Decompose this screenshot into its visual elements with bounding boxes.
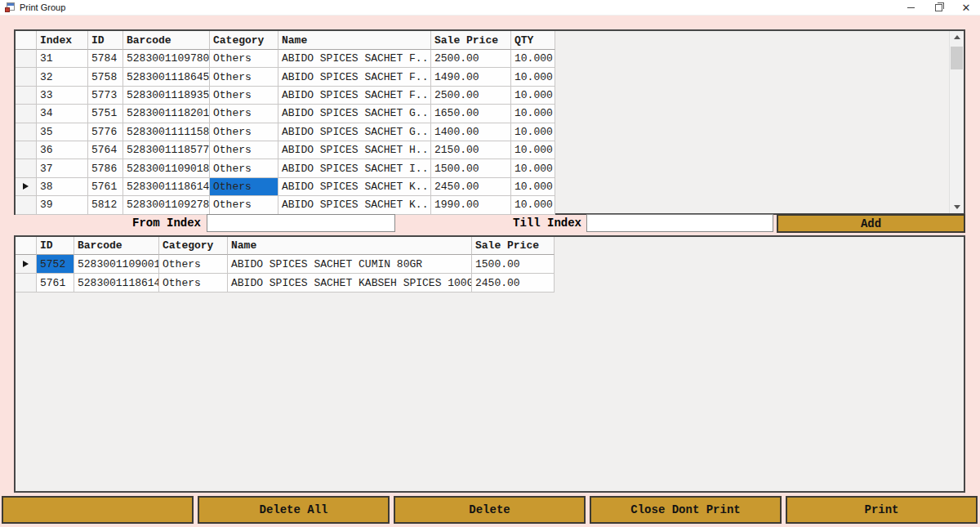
cell-id[interactable]: 5773 xyxy=(88,87,123,105)
column-header-barcode[interactable]: Barcode xyxy=(74,237,159,255)
cell-category[interactable]: Others xyxy=(210,105,278,123)
row-header[interactable] xyxy=(16,68,37,86)
cell-category[interactable]: Others xyxy=(210,50,278,68)
cell-qty[interactable]: 10.000 xyxy=(511,123,555,141)
cell-index[interactable]: 39 xyxy=(37,196,88,214)
cell-sale_price[interactable]: 1650.00 xyxy=(431,105,511,123)
print-button[interactable]: Print xyxy=(786,496,978,524)
cell-name[interactable]: ABIDO SPICES SACHET G... xyxy=(278,123,431,141)
cell-qty[interactable]: 10.000 xyxy=(511,87,555,105)
row-header[interactable] xyxy=(16,196,37,214)
cell-sale_price[interactable]: 2500.00 xyxy=(431,87,511,105)
cell-qty[interactable]: 10.000 xyxy=(511,159,555,177)
cell-qty[interactable]: 10.000 xyxy=(511,50,555,68)
row-header[interactable] xyxy=(16,87,37,105)
cell-sale_price[interactable]: 2450.00 xyxy=(431,178,511,196)
column-header-barcode[interactable]: Barcode xyxy=(123,31,210,50)
cell-index[interactable]: 34 xyxy=(37,105,88,123)
close-button[interactable]: ✕ xyxy=(952,0,980,16)
cell-name[interactable]: ABIDO SPICES SACHET H... xyxy=(278,141,431,159)
cell-sale_price[interactable]: 2450.00 xyxy=(472,274,555,293)
blank-button[interactable] xyxy=(2,496,194,524)
row-header[interactable] xyxy=(16,50,37,68)
cell-category[interactable]: Others xyxy=(159,255,228,274)
cell-id[interactable]: 5812 xyxy=(88,196,123,214)
column-header-id[interactable]: ID xyxy=(37,237,74,255)
cell-sale_price[interactable]: 1990.00 xyxy=(431,196,511,214)
column-header-category[interactable]: Category xyxy=(159,237,228,255)
cell-category[interactable]: Others xyxy=(210,123,278,141)
till-index-input[interactable] xyxy=(586,214,773,232)
cell-id[interactable]: 5761 xyxy=(37,274,74,293)
cell-index[interactable]: 38 xyxy=(37,178,88,196)
column-header-id[interactable]: ID xyxy=(88,31,123,50)
cell-index[interactable]: 33 xyxy=(37,87,88,105)
cell-category[interactable]: Others xyxy=(210,159,278,177)
cell-barcode[interactable]: 5283001109780 xyxy=(123,50,210,68)
cell-category[interactable]: Others xyxy=(210,68,278,86)
delete-all-button[interactable]: Delete All xyxy=(198,496,390,524)
cell-name[interactable]: ABIDO SPICES SACHET K... xyxy=(278,178,431,196)
cell-category[interactable]: Others xyxy=(159,274,228,293)
cell-id[interactable]: 5752 xyxy=(37,255,74,274)
cell-barcode[interactable]: 5283001118614 xyxy=(123,178,210,196)
cell-barcode[interactable]: 5283001111158 xyxy=(123,123,210,141)
close-dont-print-button[interactable]: Close Dont Print xyxy=(590,496,782,524)
scroll-down-button[interactable] xyxy=(950,201,964,213)
column-header-category[interactable]: Category xyxy=(210,31,278,50)
row-header[interactable] xyxy=(16,255,37,274)
cell-name[interactable]: ABIDO SPICES SACHET F... xyxy=(278,87,431,105)
cell-index[interactable]: 37 xyxy=(37,159,88,177)
grid-corner-cell[interactable] xyxy=(16,237,37,255)
from-index-input[interactable] xyxy=(207,214,395,232)
cell-barcode[interactable]: 5283001109278 xyxy=(123,196,210,214)
cell-name[interactable]: ABIDO SPICES SACHET K... xyxy=(278,196,431,214)
vertical-scrollbar[interactable] xyxy=(949,31,964,213)
cell-name[interactable]: ABIDO SPICES SACHET G... xyxy=(278,105,431,123)
column-header-index[interactable]: Index xyxy=(37,31,88,50)
column-header-sale_price[interactable]: Sale Price xyxy=(431,31,511,50)
cell-qty[interactable]: 10.000 xyxy=(511,105,555,123)
grid-corner-cell[interactable] xyxy=(16,31,37,50)
column-header-name[interactable]: Name xyxy=(278,31,431,50)
row-header[interactable] xyxy=(16,141,37,159)
cell-sale_price[interactable]: 1400.00 xyxy=(431,123,511,141)
cell-id[interactable]: 5751 xyxy=(88,105,123,123)
cell-index[interactable]: 35 xyxy=(37,123,88,141)
cell-barcode[interactable]: 5283001118645 xyxy=(123,68,210,86)
cell-name[interactable]: ABIDO SPICES SACHET F... xyxy=(278,50,431,68)
cell-qty[interactable]: 10.000 xyxy=(511,68,555,86)
cell-id[interactable]: 5784 xyxy=(88,50,123,68)
row-header[interactable] xyxy=(16,105,37,123)
cell-barcode[interactable]: 5283001109018 xyxy=(123,159,210,177)
cell-qty[interactable]: 10.000 xyxy=(511,178,555,196)
cell-name[interactable]: ABIDO SPICES SACHET I... xyxy=(278,159,431,177)
cell-sale_price[interactable]: 2150.00 xyxy=(431,141,511,159)
minimize-button[interactable] xyxy=(897,0,924,16)
delete-button[interactable]: Delete xyxy=(394,496,586,524)
cell-barcode[interactable]: 5283001118614 xyxy=(74,274,159,293)
cell-sale_price[interactable]: 1500.00 xyxy=(472,255,555,274)
scroll-up-button[interactable] xyxy=(950,31,964,43)
column-header-sale_price[interactable]: Sale Price xyxy=(472,237,555,255)
cell-barcode[interactable]: 5283001118935 xyxy=(123,87,210,105)
cell-barcode[interactable]: 5283001109001 xyxy=(74,255,159,274)
cell-id[interactable]: 5786 xyxy=(88,159,123,177)
cell-name[interactable]: ABIDO SPICES SACHET F... xyxy=(278,68,431,86)
add-button[interactable]: Add xyxy=(777,214,965,233)
cell-barcode[interactable]: 5283001118201 xyxy=(123,105,210,123)
row-header[interactable] xyxy=(16,123,37,141)
cell-sale_price[interactable]: 2500.00 xyxy=(431,50,511,68)
cell-index[interactable]: 36 xyxy=(37,141,88,159)
cell-index[interactable]: 32 xyxy=(37,68,88,86)
column-header-name[interactable]: Name xyxy=(228,237,472,255)
cell-barcode[interactable]: 5283001118577 xyxy=(123,141,210,159)
column-header-qty[interactable]: QTY xyxy=(511,31,555,50)
cell-index[interactable]: 31 xyxy=(37,50,88,68)
cell-id[interactable]: 5761 xyxy=(88,178,123,196)
row-header[interactable] xyxy=(16,159,37,177)
scrollbar-thumb[interactable] xyxy=(951,47,963,69)
cell-id[interactable]: 5776 xyxy=(88,123,123,141)
cell-qty[interactable]: 10.000 xyxy=(511,196,555,214)
row-header[interactable] xyxy=(16,178,37,196)
